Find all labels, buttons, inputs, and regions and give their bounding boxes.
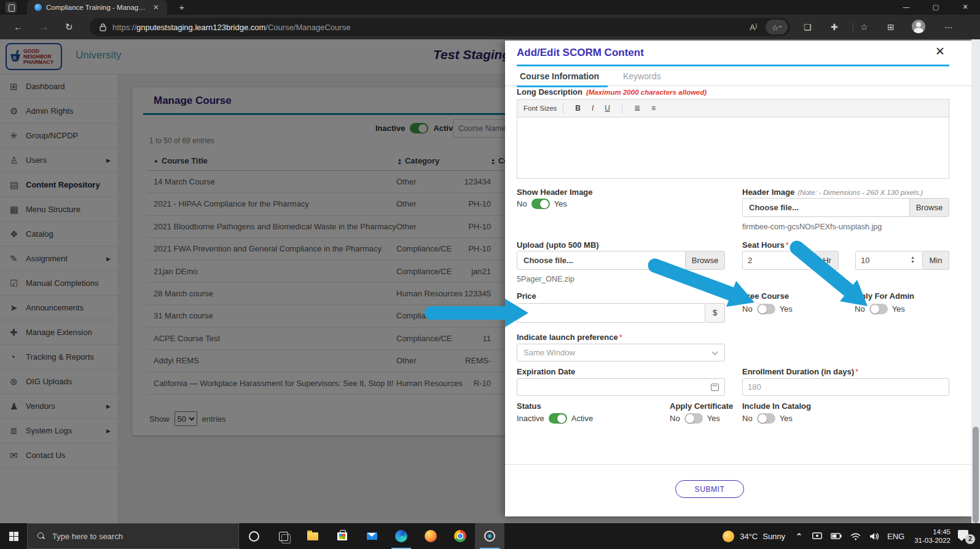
price-label: Price [517,291,536,301]
no-label: No [670,414,680,423]
free-course-toggle[interactable] [757,304,775,314]
start-button[interactable] [0,523,27,549]
weather-sun-icon[interactable] [723,531,734,542]
status-toggle[interactable] [549,413,567,424]
font-sizes-dropdown[interactable]: Font Sizes [523,105,557,112]
chrome-button[interactable] [445,523,475,549]
task-view-button[interactable] [269,523,298,549]
only-for-admin-toggle[interactable] [869,304,888,314]
browser-toolbar: ← → ↻ https://gnputeststaging.learn123br… [0,15,980,39]
notification-badge: 2 [965,534,975,544]
mail-icon [367,532,377,540]
tray-expand-icon[interactable]: ⌃ [796,532,802,541]
cortana-button[interactable] [239,523,269,549]
show-header-image-toggle[interactable] [531,199,550,209]
more-menu-icon[interactable]: ⋯ [944,22,953,32]
header-image-browse-button[interactable]: Browse [909,199,949,216]
modal-close-icon[interactable]: ✕ [935,44,945,58]
tab-course-information[interactable]: Course Information [520,71,599,81]
status-label: Status [517,401,541,411]
file-explorer-icon [307,532,318,540]
modal-title-rule [517,65,949,66]
seat-hours-label: Seat Hours* [742,240,789,250]
launch-preference-select[interactable]: Same Window [517,344,725,361]
clock[interactable]: 14:45 31-03-2022 [914,527,951,545]
long-description-editor[interactable] [517,117,949,179]
include-in-catalog-label: Include In Catalog [742,401,811,411]
firefox-button[interactable] [416,523,445,549]
reload-icon[interactable]: ↻ [65,21,73,33]
recorder-app-button[interactable] [475,523,504,549]
window-close-button[interactable]: ✕ [951,0,980,15]
apply-certificate-toggle[interactable] [684,413,703,424]
extensions-puzzle-icon[interactable]: ✚ [831,22,838,32]
meet-now-icon[interactable] [812,532,822,540]
bullet-list-icon[interactable] [651,104,656,113]
submit-button[interactable]: SUBMIT [675,480,744,498]
workspace-icon[interactable] [6,2,17,13]
browser-essentials-icon[interactable]: ❏ [804,22,812,32]
include-in-catalog-toggle[interactable] [757,413,775,424]
taskbar-search[interactable]: Type here to search [27,523,239,549]
seat-hours-hr-input[interactable] [742,251,816,270]
weather-condition[interactable]: Sunny [762,532,785,541]
taskbar: Type here to search 34°C Sunny ⌃ [0,523,980,549]
wifi-icon[interactable] [850,532,861,540]
yes-label: Yes [780,304,793,314]
add-favorite-icon[interactable] [766,20,788,34]
read-aloud-icon[interactable] [750,23,757,32]
italic-button[interactable]: I [592,104,594,113]
scrollbar-thumb[interactable] [973,427,979,523]
edge-icon [395,530,407,542]
min-stepper-icon[interactable] [911,255,915,264]
screen: Compliance Training - Manage C ✕ + — ▢ ✕… [0,0,980,549]
edge-button[interactable] [386,523,416,549]
browser-tab[interactable]: Compliance Training - Manage C ✕ [27,0,167,15]
window-minimize-button[interactable]: — [892,0,921,15]
calendar-icon[interactable] [711,384,719,391]
tab-title: Compliance Training - Manage C [46,4,149,11]
enrollment-duration-input[interactable] [742,378,949,396]
header-image-label: Header Image(Note: - Dimensions - 260 X … [742,188,923,197]
underline-button[interactable]: U [605,104,610,113]
battery-icon[interactable] [831,533,842,539]
upload-label: Upload (upto 500 MB) [517,240,599,250]
numbered-list-icon[interactable] [634,104,640,113]
address-bar[interactable]: https://gnputeststaging.learn123bridge.c… [90,18,790,36]
upload-browse-button[interactable]: Browse [685,251,724,269]
bold-button[interactable]: B [575,104,581,113]
no-label: No [742,414,753,423]
upload-file-input[interactable]: Choose file... Browse [517,251,725,270]
free-course-label: Free Course [742,291,789,301]
long-description-note: (Maximum 2000 characters allowed) [586,89,707,96]
weather-temp[interactable]: 34°C [740,532,758,541]
expiration-date-label: Expiration Date [517,367,575,376]
new-tab-button[interactable]: + [176,1,188,14]
back-icon[interactable]: ← [14,21,23,33]
expiration-date-input[interactable] [517,378,725,396]
show-header-image-label: Show Header Image [517,188,593,197]
collections-icon[interactable]: ⊞ [887,22,895,32]
price-input[interactable] [517,303,705,323]
tab-close-icon[interactable]: ✕ [153,3,159,12]
notification-center-button[interactable]: 2 [957,528,975,544]
favorites-bar-icon[interactable]: ☆ [860,22,868,32]
launch-preference-label: Indicate launch preference* [517,333,622,342]
mail-button[interactable] [357,523,386,549]
search-icon [37,532,45,540]
file-explorer-button[interactable] [298,523,327,549]
volume-icon[interactable] [869,532,879,540]
browser-tab-strip: Compliance Training - Manage C ✕ + — ▢ ✕ [0,0,980,15]
url-domain: gnputeststaging.learn123bridge.com [136,23,265,32]
header-image-file-input[interactable]: Choose file... Browse [742,198,949,217]
profile-avatar[interactable] [912,20,925,33]
window-maximize-button[interactable]: ▢ [921,0,951,15]
microsoft-store-button[interactable] [327,523,357,549]
microsoft-store-icon [337,532,347,540]
forward-icon[interactable]: → [39,21,49,33]
browser-scrollbar[interactable] [971,39,980,523]
date: 31-03-2022 [914,536,951,545]
tab-keywords[interactable]: Keywords [623,71,661,81]
yes-label: Yes [554,199,567,208]
language-indicator[interactable]: ENG [887,532,904,541]
